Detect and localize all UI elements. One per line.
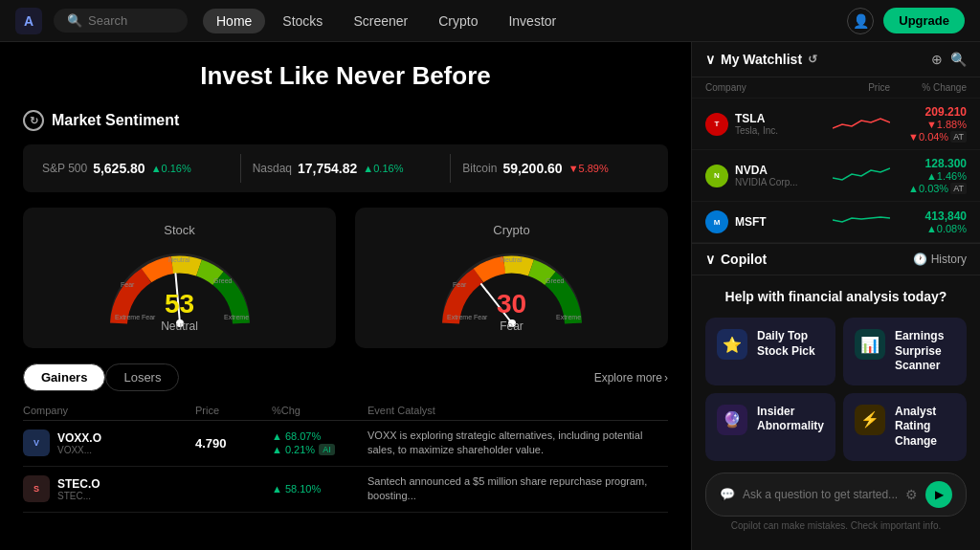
event-stec: Santech announced a $5 million share rep…	[368, 474, 668, 504]
chg-stec: ▲ 58.10%	[272, 483, 368, 495]
clock-icon: 🕐	[913, 253, 927, 266]
analyst-icon: ⚡	[855, 405, 885, 435]
chevron-copilot-icon: ∨	[705, 252, 715, 267]
chg-voxx: ▲ 68.07% ▲ 0.21% AI	[272, 430, 368, 455]
company-cell-stec: S STEC.O STEC...	[23, 475, 195, 502]
svg-text:Neutral: Neutral	[168, 256, 190, 263]
insider-icon: 🔮	[717, 405, 747, 435]
table-row[interactable]: V VOXX.O VOXX... 4.790 ▲ 68.07% ▲ 0.21% …	[23, 421, 668, 467]
wl-price-nvda: 128.300	[890, 157, 967, 170]
wl-logo-tsla: T	[705, 113, 728, 136]
search-watchlist-icon[interactable]: 🔍	[950, 52, 967, 67]
company-logo-stec: S	[23, 475, 50, 502]
svg-text:Extreme Fear: Extreme Fear	[115, 314, 156, 320]
stock-gauge-container: Stock	[23, 208, 336, 348]
stat-bitcoin: Bitcoin 59,200.60 ▼5.89%	[462, 161, 649, 176]
company-ticker-voxx: VOXX.O	[57, 431, 101, 445]
search-input[interactable]	[88, 13, 174, 28]
settings-icon[interactable]: ⚙	[905, 487, 918, 502]
copilot-card-daily-top[interactable]: ⭐ Daily Top Stock Pick	[705, 318, 835, 385]
refresh-icon: ↺	[808, 53, 817, 66]
nav-screener[interactable]: Screener	[340, 9, 421, 33]
copilot-body: Help with financial analysis today? ⭐ Da…	[692, 275, 980, 550]
tab-group: Gainers Losers	[23, 363, 179, 391]
wl-sparkline-msft	[833, 209, 890, 231]
wl-badge-nvda: AT	[950, 183, 967, 194]
watchlist-row-tsla[interactable]: T TSLA Tesla, Inc. 209.210 ▼1.88% ▼0.04%…	[692, 99, 980, 150]
wl-sparkline-tsla	[833, 111, 890, 134]
earnings-icon: 📊	[855, 329, 885, 360]
nav-home[interactable]: Home	[203, 9, 265, 33]
search-bar[interactable]: 🔍	[54, 9, 188, 33]
tabs-row: Gainers Losers Explore more ›	[23, 363, 668, 391]
nav-links: Home Stocks Screener Crypto Investor	[203, 9, 847, 33]
wl-ticker-tsla: TSLA	[735, 112, 778, 125]
event-voxx: VOXX is exploring strategic alternatives…	[368, 429, 668, 458]
wl-name-tsla: Tesla, Inc.	[735, 125, 778, 136]
watchlist-header: ∨ My Watchlist ↺ ⊕ 🔍	[692, 42, 980, 77]
wl-logo-nvda: N	[705, 165, 728, 187]
copilot-send-button[interactable]: ▶	[925, 481, 952, 508]
crypto-gauge-container: Crypto Extreme Fear Fear Ne	[355, 208, 668, 348]
stock-gauge-value: 53 Neutral	[161, 289, 198, 333]
copilot-input[interactable]	[743, 488, 898, 501]
wl-sparkline-nvda	[833, 163, 890, 186]
wl-ticker-msft: MSFT	[735, 215, 767, 229]
sentiment-icon: ↻	[23, 110, 44, 131]
tab-gainers[interactable]: Gainers	[23, 363, 105, 391]
stat-divider-2	[450, 154, 451, 183]
stat-divider-1	[240, 154, 241, 183]
stock-gauge: Extreme Fear Fear Neutral Greed Extreme …	[103, 247, 256, 333]
search-icon: 🔍	[67, 13, 82, 28]
nav-right: 👤 Upgrade	[847, 8, 965, 34]
copilot-input-row: 💬 ⚙ ▶	[705, 473, 967, 517]
tab-losers[interactable]: Losers	[105, 363, 179, 391]
wl-logo-msft: M	[705, 210, 728, 233]
stock-gauge-title: Stock	[164, 223, 195, 237]
copilot-title: ∨ Copilot	[705, 252, 767, 267]
copilot-disclaimer: Copilot can make mistakes. Check importa…	[705, 520, 967, 531]
watchlist-cols: Company Price % Change	[692, 77, 980, 99]
svg-text:Fear: Fear	[121, 281, 135, 288]
price-voxx: 4.790	[195, 436, 272, 451]
stat-nasdaq: Nasdaq 17,754.82 ▲0.16%	[253, 161, 439, 176]
nav-investor[interactable]: Investor	[495, 9, 569, 33]
left-panel: Invest Like Never Before ↻ Market Sentim…	[0, 42, 691, 550]
copilot-card-insider[interactable]: 🔮 Insider Abnormality	[705, 393, 835, 461]
insider-label: Insider Abnormality	[757, 405, 824, 434]
svg-text:Greed: Greed	[213, 277, 233, 284]
watchlist-row-nvda[interactable]: N NVDA NVIDIA Corp... 128.300 ▲1.46% ▲0.…	[692, 150, 980, 202]
add-icon[interactable]: ⊕	[931, 52, 943, 67]
wl-ticker-nvda: NVDA	[735, 164, 798, 177]
hero-title: Invest Like Never Before	[23, 61, 668, 91]
right-panel: ∨ My Watchlist ↺ ⊕ 🔍 Company Price % Cha…	[691, 42, 980, 550]
history-button[interactable]: 🕐 History	[913, 253, 967, 266]
watchlist-row-msft[interactable]: M MSFT 413,840 ▲0.08%	[692, 202, 980, 243]
wl-price-msft: 413,840	[890, 209, 967, 223]
copilot-header: ∨ Copilot 🕐 History	[692, 243, 980, 275]
copilot-prompt: Help with financial analysis today?	[705, 289, 967, 304]
explore-more-link[interactable]: Explore more ›	[594, 371, 668, 385]
nav-stocks[interactable]: Stocks	[269, 9, 336, 33]
nav-crypto[interactable]: Crypto	[425, 9, 491, 33]
wl-price-tsla: 209.210	[890, 105, 967, 119]
svg-text:Greed: Greed	[546, 277, 565, 284]
svg-text:Extreme Fear: Extreme Fear	[447, 314, 488, 320]
company-logo-voxx: V	[23, 429, 50, 456]
market-stats: S&P 500 5,625.80 ▲0.16% Nasdaq 17,754.82…	[23, 144, 668, 192]
upgrade-button[interactable]: Upgrade	[883, 8, 965, 33]
table-header: Company Price %Chg Event Catalyst	[23, 401, 668, 421]
market-sentiment-label: Market Sentiment	[52, 112, 179, 129]
crypto-gauge: Extreme Fear Fear Neutral Greed Extreme …	[435, 247, 589, 333]
table-row[interactable]: S STEC.O STEC... ▲ 58.10% Santech announ…	[23, 467, 668, 513]
app-logo: A	[15, 8, 42, 34]
wl-badge-tsla: AT	[950, 131, 967, 143]
market-sentiment-header: ↻ Market Sentiment	[23, 110, 668, 131]
user-icon[interactable]: 👤	[847, 8, 874, 34]
copilot-input-icon: 💬	[720, 487, 735, 501]
copilot-card-earnings[interactable]: 📊 Earnings Surprise Scanner	[843, 318, 967, 385]
daily-top-label: Daily Top Stock Pick	[757, 329, 824, 359]
crypto-gauge-value: 30 Fear	[497, 289, 526, 333]
daily-top-icon: ⭐	[717, 329, 747, 360]
copilot-card-analyst[interactable]: ⚡ Analyst Rating Change	[843, 393, 967, 461]
